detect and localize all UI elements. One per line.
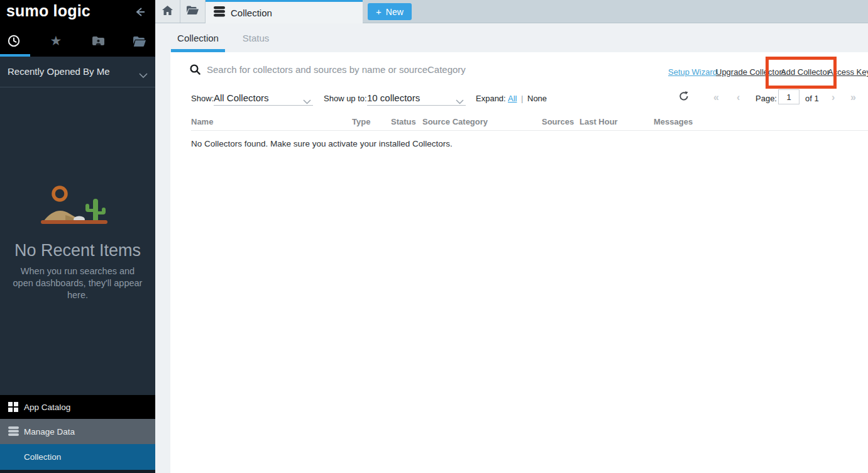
sidebar-item-label: App Catalog [24,403,70,412]
refresh-icon[interactable] [679,91,690,103]
home-icon [162,6,173,18]
show-up-to-dropdown[interactable]: 10 collectors [367,89,466,106]
home-tab-button[interactable] [155,0,180,23]
content-gutter [155,52,170,473]
shared-folder-icon[interactable] [90,33,106,49]
show-dropdown-value: All Collectors [214,92,269,103]
sidebar-footer-strip [0,470,155,473]
database-icon [214,6,225,19]
page-of-label: of 1 [805,94,819,103]
no-recent-items-title: No Recent Items [0,241,155,260]
column-header-name[interactable]: Name [191,117,213,126]
show-label: Show: [191,94,214,103]
column-header-status[interactable]: Status [391,117,416,126]
chevron-down-icon [303,96,311,107]
sidebar: sumo logic ★ Recently Opened By Me [0,0,155,473]
show-up-to-dropdown-value: 10 collectors [367,92,420,103]
subtab-status[interactable]: Status [237,23,275,52]
page-number-input[interactable] [778,89,799,104]
show-dropdown[interactable]: All Collectors [214,89,313,106]
upgrade-collectors-link[interactable]: Upgrade Collectors [716,67,786,77]
open-folder-icon [187,6,199,17]
access-keys-link[interactable]: Access Keys [828,67,868,77]
search-icon [190,64,201,77]
table-header-divider [191,130,868,131]
page-tabs: Collection Status [155,23,868,52]
chevron-down-icon [139,69,148,81]
pagination-prev-button[interactable]: ‹ [737,92,740,103]
recent-dropdown-label: Recently Opened By Me [8,66,110,77]
column-header-messages[interactable]: Messages [654,117,693,126]
column-header-sources[interactable]: Sources [542,117,574,126]
subtab-label: Collection [177,33,219,43]
collapse-sidebar-icon[interactable] [133,6,146,18]
expand-all-link[interactable]: All [508,94,517,103]
sidebar-item-label: Manage Data [24,427,75,437]
empty-table-message: No Collectors found. Make sure you activ… [191,139,453,148]
chevron-down-icon [456,96,464,107]
add-collector-link[interactable]: Add Collector [781,67,830,77]
tab-collection[interactable]: Collection [206,0,363,23]
sidebar-item-collection[interactable]: Collection [0,444,155,470]
database-icon [8,426,19,437]
plus-icon: + [376,6,382,17]
sidebar-item-manage-data[interactable]: Manage Data [0,419,155,444]
column-header-type[interactable]: Type [352,117,370,126]
search-input[interactable] [207,61,615,77]
pagination-next-button[interactable]: › [832,92,835,103]
collection-page: Setup Wizard Upgrade Collectors Add Coll… [170,52,868,473]
sidebar-item-label: Collection [24,452,61,462]
show-up-to-label: Show up to: [324,94,367,103]
sumo-logic-logo: sumo logic [6,2,91,20]
tab-label: Collection [231,8,272,18]
library-tab-button[interactable] [180,0,206,23]
pagination-last-button[interactable]: » [850,92,856,103]
recent-items-dropdown[interactable]: Recently Opened By Me [0,57,155,87]
sidebar-icon-tabs: ★ [0,33,155,52]
page-label: Page: [755,94,777,103]
tab-bar: Collection + New [155,0,868,23]
library-folder-icon[interactable] [131,33,148,49]
expand-divider: | [521,94,523,103]
new-button-label: New [386,7,404,17]
grid-icon [8,402,19,412]
new-button[interactable]: + New [368,3,412,20]
sidebar-item-app-catalog[interactable]: App Catalog [0,395,155,419]
sidebar-header: sumo logic ★ [0,0,155,57]
no-recent-items-message: When you run searches and open dashboard… [11,265,144,301]
subtab-label: Status [243,33,270,43]
recents-clock-icon[interactable] [6,33,22,49]
column-header-source-category[interactable]: Source Category [422,117,488,126]
column-header-last-hour[interactable]: Last Hour [580,117,618,126]
pagination-first-button[interactable]: « [713,92,719,103]
subtab-collection[interactable]: Collection [171,23,225,52]
favorites-star-icon[interactable]: ★ [48,33,64,49]
desert-illustration [0,181,155,229]
setup-wizard-link[interactable]: Setup Wizard [668,67,717,77]
expand-label: Expand: [476,94,506,103]
app-window: sumo logic ★ Recently Opened By Me [0,0,868,473]
expand-none-link[interactable]: None [527,94,547,103]
